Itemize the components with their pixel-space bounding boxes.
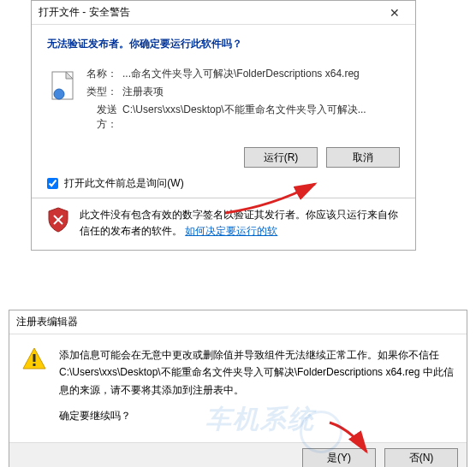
dialog1-button-row: 运行(R) 取消 xyxy=(47,147,400,168)
dialog2-msg1: 添加信息可能会在无意中更改或删除值并导致组件无法继续正常工作。如果你不信任 C:… xyxy=(59,346,455,399)
from-label: 发送方： xyxy=(81,103,122,132)
file-icon xyxy=(47,67,81,135)
info-from-row: 发送方： C:\Users\xxs\Desktop\不能重命名文件夹导入可解决.… xyxy=(81,103,400,132)
registry-editor-dialog: 注册表编辑器 添加信息可能会在无意中更改或删除值并导致组件无法继续正常工作。如果… xyxy=(9,310,467,467)
always-ask-row: 打开此文件前总是询问(W) xyxy=(47,176,400,191)
svg-rect-5 xyxy=(33,354,36,362)
always-ask-checkbox[interactable] xyxy=(47,178,58,189)
dialog1-titlebar: 打开文件 - 安全警告 ✕ xyxy=(32,1,415,25)
dialog1-title: 打开文件 - 安全警告 xyxy=(39,5,378,20)
no-button[interactable]: 否(N) xyxy=(384,448,458,467)
type-value: 注册表项 xyxy=(122,85,400,99)
run-button[interactable]: 运行(R) xyxy=(244,147,318,168)
name-value: ...命名文件夹导入可解决\FolderDescriptions x64.reg xyxy=(122,67,400,81)
cancel-button[interactable]: 取消 xyxy=(326,147,400,168)
dialog2-body: 添加信息可能会在无意中更改或删除值并导致组件无法继续正常工作。如果你不信任 C:… xyxy=(9,334,467,442)
shield-icon xyxy=(47,207,71,239)
info-type-row: 类型： 注册表项 xyxy=(81,85,400,99)
dialog1-body: 无法验证发布者。你确定要运行此软件吗？ 名称： ...命名文件夹导入可解决\Fo… xyxy=(32,25,415,250)
type-label: 类型： xyxy=(81,85,122,99)
warning-row: 此文件没有包含有效的数字签名以验证其发行者。你应该只运行来自你信任的发布者的软件… xyxy=(47,207,400,239)
close-icon: ✕ xyxy=(390,6,400,20)
security-question: 无法验证发布者。你确定要运行此软件吗？ xyxy=(47,37,400,51)
dialog2-msg2: 确定要继续吗？ xyxy=(59,407,455,424)
warning-triangle-icon xyxy=(21,346,49,434)
file-info-grid: 名称： ...命名文件夹导入可解决\FolderDescriptions x64… xyxy=(81,67,400,135)
name-label: 名称： xyxy=(81,67,122,81)
how-to-decide-link[interactable]: 如何决定要运行的软 xyxy=(185,225,277,237)
warning-text-block: 此文件没有包含有效的数字签名以验证其发行者。你应该只运行来自你信任的发布者的软件… xyxy=(80,207,400,239)
dialog2-message: 添加信息可能会在无意中更改或删除值并导致组件无法继续正常工作。如果你不信任 C:… xyxy=(59,346,455,434)
close-button[interactable]: ✕ xyxy=(378,2,412,24)
security-warning-dialog: 打开文件 - 安全警告 ✕ 无法验证发布者。你确定要运行此软件吗？ 名称： ..… xyxy=(31,0,416,251)
info-name-row: 名称： ...命名文件夹导入可解决\FolderDescriptions x64… xyxy=(81,67,400,81)
svg-rect-3 xyxy=(57,92,62,97)
dialog2-message-row: 添加信息可能会在无意中更改或删除值并导致组件无法继续正常工作。如果你不信任 C:… xyxy=(21,346,455,434)
dialog2-titlebar: 注册表编辑器 xyxy=(9,310,467,334)
yes-button[interactable]: 是(Y) xyxy=(302,448,376,467)
from-value: C:\Users\xxs\Desktop\不能重命名文件夹导入可解决... xyxy=(122,103,400,132)
dialog2-title: 注册表编辑器 xyxy=(16,315,78,329)
dialog2-button-row: 是(Y) 否(N) xyxy=(9,442,467,467)
always-ask-text: 打开此文件前总是询问(W) xyxy=(64,177,183,189)
svg-rect-6 xyxy=(33,364,36,366)
divider xyxy=(32,198,415,198)
file-info-row: 名称： ...命名文件夹导入可解决\FolderDescriptions x64… xyxy=(47,67,400,135)
always-ask-label[interactable]: 打开此文件前总是询问(W) xyxy=(47,177,184,189)
